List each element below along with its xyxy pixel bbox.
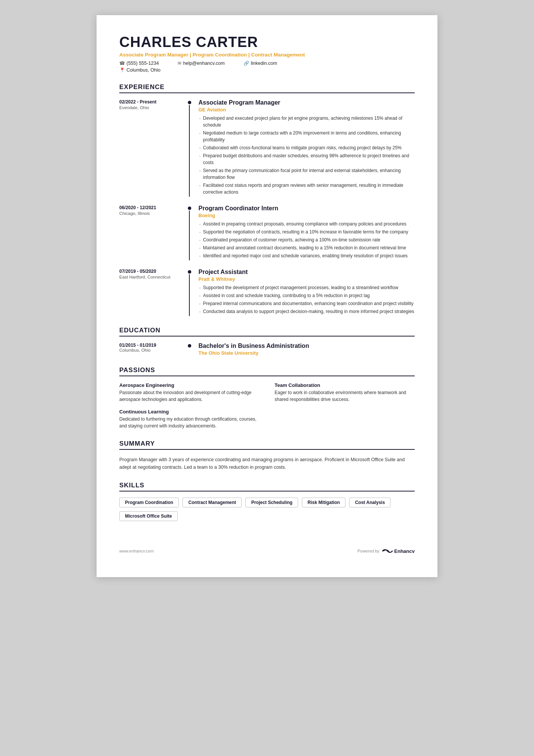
education-title: EDUCATION (119, 327, 415, 337)
enhancv-icon (382, 548, 393, 554)
exp-left-2: 06/2020 - 12/2021 Chicago, Illinois (119, 205, 186, 260)
exp-role-1: Associate Program Manager (198, 99, 415, 106)
email-icon: ✉ (178, 61, 181, 66)
exp-right-2: Program Coordinator Intern Boeing Assist… (193, 205, 415, 260)
phone-number: (555) 555-1234 (126, 61, 159, 66)
footer-website: www.enhancv.com (119, 549, 154, 553)
exp-bullet-1-6: Facilitated cost status reports and prog… (198, 182, 415, 196)
exp-dot-2 (188, 207, 191, 210)
skills-row-1: Program Coordination Contract Management… (119, 498, 415, 511)
edu-dot-1 (188, 344, 191, 347)
exp-bullet-1-5: Served as the primary communication foca… (198, 167, 415, 181)
exp-company-1: GE Aviation (198, 107, 415, 113)
exp-location-3: East Hartford, Connecticut (119, 275, 182, 279)
passion-desc-1: Passionate about the innovation and deve… (119, 389, 259, 403)
edu-degree-1: Bachelor's in Business Administration (198, 343, 415, 349)
exp-bullet-2-5: Identified and reported major cost and s… (198, 252, 415, 259)
exp-line-1 (189, 105, 190, 197)
linkedin-contact: 🔗 linkedin.com (244, 61, 277, 66)
experience-section: EXPERIENCE 02/2022 - Present Evendale, O… (119, 83, 415, 316)
edu-school-1: The Ohio State University (198, 350, 415, 356)
edu-location-1: Columbus, Ohio (119, 348, 186, 352)
exp-company-2: Boeing (198, 213, 415, 218)
exp-right-3: Project Assistant Pratt & Whitney Suppor… (193, 269, 415, 316)
passion-desc-2: Eager to work in collaborative environme… (275, 389, 415, 403)
linkedin-url: linkedin.com (251, 61, 277, 66)
passion-title-1: Aerospace Engineering (119, 382, 259, 388)
edu-date-1: 01/2015 - 01/2019 (119, 343, 186, 348)
skills-title: SKILLS (119, 482, 415, 491)
location-icon: 📍 (119, 67, 125, 73)
exp-bullet-2-4: Maintained and annotated contract docume… (198, 244, 415, 251)
skill-badge-1: Program Coordination (119, 498, 179, 507)
edu-right-1: Bachelor's in Business Administration Th… (193, 343, 415, 356)
footer-powered: Powered by Enhancv (358, 548, 415, 554)
exp-bullet-1-4: Prepared budget distributions and master… (198, 152, 415, 166)
skill-badge-6: Microsoft Office Suite (119, 511, 178, 521)
exp-bullet-1-3: Collaborated with cross-functional teams… (198, 144, 415, 151)
exp-bullet-2-2: Supported the negotiation of contracts, … (198, 229, 415, 235)
exp-line-2 (189, 211, 190, 260)
exp-dotline-3 (186, 269, 193, 316)
resume-footer: www.enhancv.com Powered by Enhancv (119, 544, 415, 554)
candidate-name: CHARLES CARTER (119, 34, 415, 50)
resume-header: CHARLES CARTER Associate Program Manager… (119, 34, 415, 73)
exp-dot-3 (188, 270, 191, 274)
edu-dotline-1 (186, 343, 193, 356)
powered-by-label: Powered by (358, 549, 379, 553)
skill-badge-4: Risk Mitigation (302, 498, 345, 507)
passion-item-3: Continuous Learning Dedicated to further… (119, 409, 259, 429)
exp-left-3: 07/2019 - 05/2020 East Hartford, Connect… (119, 269, 186, 316)
summary-title: SUMMARY (119, 440, 415, 450)
skills-section: SKILLS Program Coordination Contract Man… (119, 482, 415, 525)
skill-badge-2: Contract Management (183, 498, 242, 507)
email-address: help@enhancv.com (183, 61, 225, 66)
exp-location-2: Chicago, Illinois (119, 211, 182, 216)
exp-role-2: Program Coordinator Intern (198, 205, 415, 212)
enhancv-logo: Enhancv (382, 548, 415, 554)
exp-location-1: Evendale, Ohio (119, 105, 182, 110)
phone-contact: ☎ (555) 555-1234 (119, 61, 159, 66)
experience-entry-1: 02/2022 - Present Evendale, Ohio Associa… (119, 99, 415, 197)
summary-section: SUMMARY Program Manager with 3 years of … (119, 440, 415, 471)
exp-bullet-3-2: Assisted in cost and schedule tracking, … (198, 292, 415, 299)
passion-item-1: Aerospace Engineering Passionate about t… (119, 382, 259, 403)
exp-right-1: Associate Program Manager GE Aviation De… (193, 99, 415, 197)
exp-dotline-2 (186, 205, 193, 260)
exp-bullet-3-4: Conducted data analysis to support proje… (198, 308, 415, 315)
education-entry-1: 01/2015 - 01/2019 Columbus, Ohio Bachelo… (119, 343, 415, 356)
experience-title: EXPERIENCE (119, 83, 415, 93)
phone-icon: ☎ (119, 61, 125, 66)
skill-badge-5: Cost Analysis (349, 498, 390, 507)
education-section: EDUCATION 01/2015 - 01/2019 Columbus, Oh… (119, 327, 415, 356)
passion-title-2: Team Collaboration (275, 382, 415, 388)
exp-dot-1 (188, 101, 191, 104)
exp-left-1: 02/2022 - Present Evendale, Ohio (119, 99, 186, 197)
enhancv-brand: Enhancv (394, 548, 415, 554)
exp-bullets-1: Developed and executed project plans for… (198, 115, 415, 196)
passions-title: PASSIONS (119, 366, 415, 376)
exp-bullet-2-3: Coordinated preparation of customer repo… (198, 236, 415, 243)
exp-company-3: Pratt & Whitney (198, 276, 415, 282)
exp-bullet-1-1: Developed and executed project plans for… (198, 115, 415, 128)
exp-bullets-3: Supported the development of project man… (198, 284, 415, 315)
contact-info: ☎ (555) 555-1234 ✉ help@enhancv.com 🔗 li… (119, 61, 415, 67)
experience-entry-2: 06/2020 - 12/2021 Chicago, Illinois Prog… (119, 205, 415, 260)
linkedin-icon: 🔗 (244, 61, 249, 66)
resume-document: CHARLES CARTER Associate Program Manager… (97, 15, 437, 577)
edu-left-1: 01/2015 - 01/2019 Columbus, Ohio (119, 343, 186, 356)
exp-date-3: 07/2019 - 05/2020 (119, 269, 182, 274)
location-info: 📍 Columbus, Ohio (119, 67, 415, 73)
exp-line-3 (189, 274, 190, 316)
passion-desc-3: Dedicated to furthering my education thr… (119, 416, 259, 429)
exp-date-2: 06/2020 - 12/2021 (119, 205, 182, 210)
exp-dotline-1 (186, 99, 193, 197)
passions-section: PASSIONS Aerospace Engineering Passionat… (119, 366, 415, 429)
exp-bullet-1-2: Negotiated medium to large contracts wit… (198, 130, 415, 143)
summary-text: Program Manager with 3 years of experien… (119, 456, 415, 471)
passion-title-3: Continuous Learning (119, 409, 259, 415)
exp-bullet-3-1: Supported the development of project man… (198, 284, 415, 291)
exp-date-1: 02/2022 - Present (119, 99, 182, 105)
exp-bullet-3-3: Prepared internal communications and doc… (198, 300, 415, 307)
skill-badge-3: Project Scheduling (245, 498, 298, 507)
